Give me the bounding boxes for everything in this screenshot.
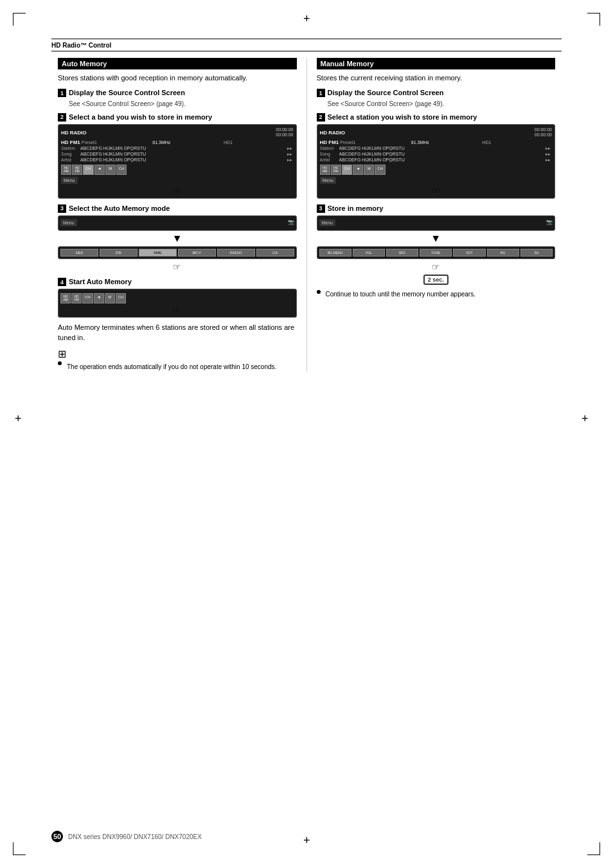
manual-menu-item-5[interactable]: SOT — [453, 249, 485, 257]
screen-row-2: Station ABCDEFG HIJKLMN OPQRSTU ▸▸ — [61, 146, 294, 151]
screen-top-bar: HD RADIO 00:00:00 00:00:00 — [61, 127, 294, 138]
manual-step-1-sub: See <Source Control Screen> (page 49). — [328, 100, 556, 107]
manual-screen-song-icon: ▸▸ — [546, 152, 552, 157]
auto-step-3-label: 3 Select the Auto Memory mode — [58, 204, 297, 213]
preset-btn-hdfm[interactable]: HD FM — [72, 165, 82, 175]
menu-item-sek[interactable]: SEK — [60, 249, 98, 257]
manual-preset-btn-ch2[interactable]: CH — [375, 165, 386, 175]
preset-buttons-row: HD AM HD FM CH ◄ M CH — [61, 165, 294, 175]
hand-cursor-4: ☞ — [60, 305, 294, 315]
menu-items-row: SEK DR AME MCY RADIO CA — [60, 249, 294, 257]
manual-menu-item-7[interactable]: SA — [520, 249, 553, 257]
auto-memory-column: Auto Memory Stores stations with good re… — [51, 58, 306, 372]
auto-btn-hdam[interactable]: HD AM — [60, 293, 71, 303]
manual-screen-artist-icon: ▸▸ — [546, 158, 552, 163]
menu-item-ca[interactable]: CA — [256, 249, 294, 257]
page-number: 50 — [51, 831, 63, 842]
manual-screen-row-1: HD FM1 Preset1 81.3MHz HD1 — [320, 140, 553, 145]
manual-screen-menu: Menu — [320, 175, 553, 184]
menu-item-radio[interactable]: RADIO — [217, 249, 255, 257]
manual-step-3-items: BG MENU VOL SRC TONE SOT BG SA — [317, 246, 556, 259]
screen-station-label: Station — [61, 146, 79, 150]
crosshair-top — [306, 18, 317, 28]
hand-cursor-icon: ☞ — [61, 185, 294, 195]
manual-menu-top-row: Menu 📷 — [319, 218, 553, 226]
two-sec-area: 2 sec. — [317, 275, 556, 285]
manual-screen-station-label: Station — [320, 146, 338, 150]
bullet-note-row: The operation ends automatically if you … — [58, 361, 297, 372]
manual-step-3: 3 Store in memory Menu 📷 ▼ BG MENU VOL — [317, 204, 556, 285]
manual-menu-item-3[interactable]: SRC — [386, 249, 418, 257]
auto-step-1-num: 1 — [58, 89, 66, 97]
manual-menu-item-6[interactable]: BG — [487, 249, 519, 257]
crosshair-right — [585, 418, 595, 428]
manual-step-3-num: 3 — [317, 204, 325, 213]
screen-menu: Menu — [61, 175, 294, 184]
camera-icon: 📷 — [288, 219, 294, 225]
manual-menu-item-1[interactable]: BG MENU — [319, 249, 351, 257]
screen-station-icon: ▸▸ — [287, 146, 294, 151]
page-footer: 50 DNX series DNX9960/ DNX7160/ DNX7020E… — [0, 831, 613, 842]
note-icon: ⊞ — [58, 348, 66, 360]
screen-artist-label: Artist — [61, 158, 79, 162]
manual-step-3-label: 3 Store in memory — [317, 204, 556, 213]
auto-btn-prev[interactable]: ◄ — [94, 293, 104, 303]
auto-step-2-title: Select a band you wish to store in memor… — [69, 113, 212, 122]
hand-cursor-icon-3: ☞ — [58, 262, 297, 272]
menu-item-dr[interactable]: DR — [100, 249, 138, 257]
manual-screen-station-icon: ▸▸ — [546, 146, 552, 151]
manual-screen-row-3: Song ABCDEFG HIJKLMN OPQRSTU ▸▸ — [320, 152, 553, 157]
preset-btn-ch[interactable]: CH — [83, 165, 94, 175]
screen-row-4: Artist ABCDEFG HIJKLMN OPQRSTU ▸▸ — [61, 158, 294, 163]
manual-menu-item-2[interactable]: VOL — [353, 249, 385, 257]
manual-screen-hd-radio-label: HD RADIO — [320, 130, 346, 136]
auto-step-4-screen: HD AM HD FM CH ◄ M CH ☞ — [58, 289, 297, 318]
manual-preset-btn-prev[interactable]: ◄ — [353, 165, 363, 175]
two-column-layout: Auto Memory Stores stations with good re… — [51, 58, 562, 372]
menu-item-mcy[interactable]: MCY — [178, 249, 216, 257]
preset-btn-ch2[interactable]: CH — [116, 165, 127, 175]
screen-artist-icon: ▸▸ — [287, 158, 294, 163]
auto-step-2-label: 2 Select a band you wish to store in mem… — [58, 113, 297, 122]
manual-menu-item-4[interactable]: TONE — [420, 249, 452, 257]
preset-btn-hdam[interactable]: HD AM — [61, 165, 71, 175]
auto-memory-description: Stores stations with good reception in m… — [58, 73, 297, 83]
note-row: ⊞ — [58, 348, 297, 360]
preset-btn-m[interactable]: M — [105, 165, 116, 175]
bullet-note-text: The operation ends automatically if you … — [67, 363, 276, 372]
manual-camera-icon: 📷 — [546, 219, 553, 225]
manual-preset-btn-hdfm[interactable]: HD FM — [331, 165, 341, 175]
auto-btn-m[interactable]: M — [105, 293, 115, 303]
manual-screen-artist-label: Artist — [320, 158, 338, 162]
auto-btn-hdfm[interactable]: HD FM — [71, 293, 82, 303]
continue-bullet — [317, 290, 321, 294]
manual-screen-preset1: Preset1 — [340, 140, 410, 145]
manual-screen-time: 00:00:00 00:00:00 — [535, 127, 552, 138]
corner-mark-tr — [587, 13, 600, 26]
menu-item-ame[interactable]: AME — [139, 249, 177, 257]
manual-screen-freq: 81.3MHz — [411, 140, 481, 145]
manual-step-1-num: 1 — [317, 89, 325, 97]
manual-screen-menu-bar: Menu — [320, 177, 337, 184]
screen-preset1: Preset1 — [82, 140, 152, 145]
auto-btn-ch2[interactable]: CH — [116, 293, 127, 303]
manual-preset-btn-m[interactable]: M — [364, 165, 374, 175]
auto-preset-buttons: HD AM HD FM CH ◄ M CH — [60, 293, 294, 303]
manual-hand-cursor-icon: ☞ — [320, 185, 553, 195]
preset-btn-prev[interactable]: ◄ — [94, 165, 105, 175]
auto-btn-ch[interactable]: CH — [82, 293, 93, 303]
manual-preset-btn-hdam[interactable]: HD AM — [320, 165, 330, 175]
auto-step-3-menu: Menu 📷 — [58, 215, 297, 231]
auto-step-3-items: SEK DR AME MCY RADIO CA — [58, 246, 297, 259]
screen-song-label: Song — [61, 152, 79, 156]
auto-step-3: 3 Select the Auto Memory mode Menu 📷 ▼ S… — [58, 204, 297, 272]
auto-step-2: 2 Select a band you wish to store in mem… — [58, 113, 297, 199]
corner-mark-br — [587, 842, 600, 855]
two-sec-badge: 2 sec. — [423, 275, 449, 285]
auto-step-2-num: 2 — [58, 113, 66, 122]
manual-screen-row-2: Station ABCDEFG HIJKLMN OPQRSTU ▸▸ — [320, 146, 553, 151]
manual-preset-btn-ch[interactable]: CH — [342, 165, 353, 175]
manual-step-2: 2 Select a station you wish to store in … — [317, 113, 556, 199]
auto-step-4-title: Start Auto Memory — [69, 277, 132, 286]
corner-mark-bl — [13, 842, 26, 855]
